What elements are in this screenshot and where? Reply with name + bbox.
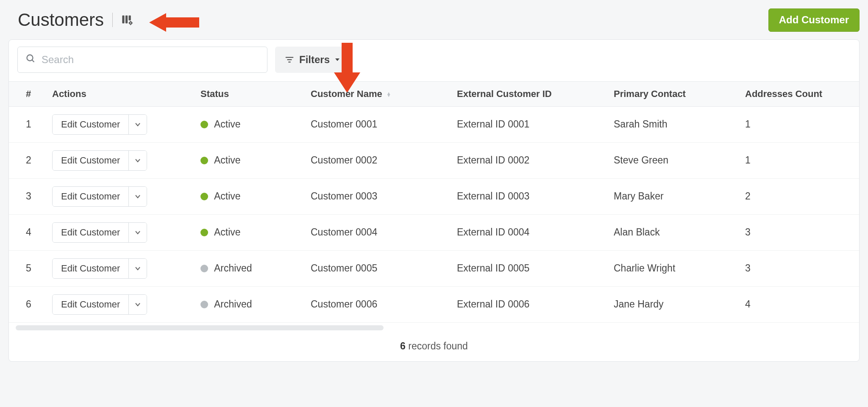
edit-customer-split-button[interactable]: Edit Customer bbox=[52, 222, 147, 243]
table-row[interactable]: 3Edit CustomerActiveCustomer 0003Externa… bbox=[9, 178, 859, 214]
edit-customer-split-button[interactable]: Edit Customer bbox=[52, 114, 147, 135]
edit-customer-button[interactable]: Edit Customer bbox=[53, 259, 128, 278]
filters-label: Filters bbox=[299, 54, 330, 66]
status-dot-icon bbox=[200, 157, 208, 164]
row-customer-name: Customer 0001 bbox=[306, 106, 452, 142]
svg-rect-2 bbox=[129, 16, 131, 21]
row-primary-contact: Charlie Wright bbox=[609, 250, 740, 286]
row-number: 1 bbox=[9, 106, 47, 142]
row-external-id: External ID 0002 bbox=[452, 142, 609, 178]
filter-icon bbox=[285, 55, 294, 64]
filters-button[interactable]: Filters bbox=[275, 47, 350, 73]
row-addresses-count: 1 bbox=[740, 106, 859, 142]
edit-customer-button[interactable]: Edit Customer bbox=[53, 223, 128, 242]
status-label: Active bbox=[214, 119, 241, 130]
row-status: Active bbox=[195, 142, 306, 178]
row-external-id: External ID 0006 bbox=[452, 286, 609, 322]
edit-customer-button[interactable]: Edit Customer bbox=[53, 151, 128, 170]
edit-customer-button[interactable]: Edit Customer bbox=[53, 295, 128, 314]
table-row[interactable]: 4Edit CustomerActiveCustomer 0004Externa… bbox=[9, 214, 859, 250]
svg-line-12 bbox=[32, 60, 34, 62]
status-label: Active bbox=[214, 227, 241, 238]
row-customer-name: Customer 0003 bbox=[306, 178, 452, 214]
record-count: 6 bbox=[400, 341, 406, 352]
chevron-down-icon bbox=[135, 194, 141, 199]
edit-customer-dropdown[interactable] bbox=[128, 187, 147, 206]
table-row[interactable]: 1Edit CustomerActiveCustomer 0001Externa… bbox=[9, 106, 859, 142]
horizontal-scrollbar[interactable] bbox=[9, 323, 859, 333]
table-header-row: # Actions Status Customer Name ▲▼ Extern… bbox=[9, 81, 859, 106]
edit-customer-dropdown[interactable] bbox=[128, 115, 147, 134]
table-row[interactable]: 6Edit CustomerArchivedCustomer 0006Exter… bbox=[9, 286, 859, 322]
col-header-contact[interactable]: Primary Contact bbox=[609, 81, 740, 106]
row-customer-name: Customer 0005 bbox=[306, 250, 452, 286]
status-label: Active bbox=[214, 191, 241, 202]
columns-config-button[interactable] bbox=[121, 14, 133, 26]
scrollbar-thumb[interactable] bbox=[16, 325, 384, 330]
edit-customer-dropdown[interactable] bbox=[128, 151, 147, 170]
row-external-id: External ID 0003 bbox=[452, 178, 609, 214]
row-addresses-count: 2 bbox=[740, 178, 859, 214]
add-customer-button[interactable]: Add Customer bbox=[768, 8, 860, 32]
col-header-status[interactable]: Status bbox=[195, 81, 306, 106]
search-icon bbox=[25, 53, 36, 66]
svg-rect-6 bbox=[131, 25, 131, 25]
row-status: Archived bbox=[195, 250, 306, 286]
row-actions: Edit Customer bbox=[47, 214, 195, 250]
annotation-arrow-left bbox=[149, 10, 200, 37]
status-dot-icon bbox=[200, 265, 208, 272]
row-actions: Edit Customer bbox=[47, 178, 195, 214]
table-row[interactable]: 5Edit CustomerArchivedCustomer 0005Exter… bbox=[9, 250, 859, 286]
row-number: 4 bbox=[9, 214, 47, 250]
edit-customer-dropdown[interactable] bbox=[128, 295, 147, 314]
svg-rect-5 bbox=[131, 21, 131, 22]
edit-customer-button[interactable]: Edit Customer bbox=[53, 187, 128, 206]
col-header-addresses[interactable]: Addresses Count bbox=[740, 81, 859, 106]
chevron-down-icon bbox=[135, 302, 141, 307]
edit-customer-split-button[interactable]: Edit Customer bbox=[52, 258, 147, 279]
sort-icon: ▲▼ bbox=[387, 92, 391, 97]
edit-customer-dropdown[interactable] bbox=[128, 223, 147, 242]
edit-customer-button[interactable]: Edit Customer bbox=[53, 115, 128, 134]
search-field-wrap[interactable] bbox=[17, 47, 267, 73]
row-actions: Edit Customer bbox=[47, 286, 195, 322]
status-dot-icon bbox=[200, 301, 208, 308]
row-primary-contact: Alan Black bbox=[609, 214, 740, 250]
svg-rect-0 bbox=[122, 16, 124, 24]
row-addresses-count: 3 bbox=[740, 214, 859, 250]
row-primary-contact: Mary Baker bbox=[609, 178, 740, 214]
row-addresses-count: 3 bbox=[740, 250, 859, 286]
col-header-name[interactable]: Customer Name ▲▼ bbox=[306, 81, 452, 106]
row-primary-contact: Jane Hardy bbox=[609, 286, 740, 322]
row-addresses-count: 4 bbox=[740, 286, 859, 322]
row-customer-name: Customer 0004 bbox=[306, 214, 452, 250]
columns-gear-icon bbox=[121, 14, 133, 26]
caret-down-icon bbox=[335, 57, 340, 62]
edit-customer-split-button[interactable]: Edit Customer bbox=[52, 150, 147, 171]
col-header-actions[interactable]: Actions bbox=[47, 81, 195, 106]
row-status: Active bbox=[195, 214, 306, 250]
search-input[interactable] bbox=[42, 54, 259, 66]
chevron-down-icon bbox=[135, 158, 141, 163]
row-addresses-count: 1 bbox=[740, 142, 859, 178]
svg-rect-8 bbox=[132, 23, 133, 23]
row-external-id: External ID 0001 bbox=[452, 106, 609, 142]
chevron-down-icon bbox=[135, 266, 141, 271]
status-dot-icon bbox=[200, 229, 208, 236]
status-label: Archived bbox=[214, 299, 252, 310]
records-found-text: records found bbox=[406, 341, 468, 352]
row-primary-contact: Sarah Smith bbox=[609, 106, 740, 142]
table-row[interactable]: 2Edit CustomerActiveCustomer 0002Externa… bbox=[9, 142, 859, 178]
edit-customer-split-button[interactable]: Edit Customer bbox=[52, 186, 147, 207]
edit-customer-dropdown[interactable] bbox=[128, 259, 147, 278]
col-header-num[interactable]: # bbox=[9, 81, 47, 106]
table-footer: 6 records found bbox=[9, 333, 859, 361]
row-status: Active bbox=[195, 178, 306, 214]
col-header-name-text: Customer Name bbox=[311, 89, 382, 99]
col-header-external[interactable]: External Customer ID bbox=[452, 81, 609, 106]
svg-marker-16 bbox=[335, 58, 339, 61]
svg-point-11 bbox=[27, 55, 33, 61]
edit-customer-split-button[interactable]: Edit Customer bbox=[52, 294, 147, 315]
row-primary-contact: Steve Green bbox=[609, 142, 740, 178]
toolbar: Filters bbox=[9, 40, 859, 81]
